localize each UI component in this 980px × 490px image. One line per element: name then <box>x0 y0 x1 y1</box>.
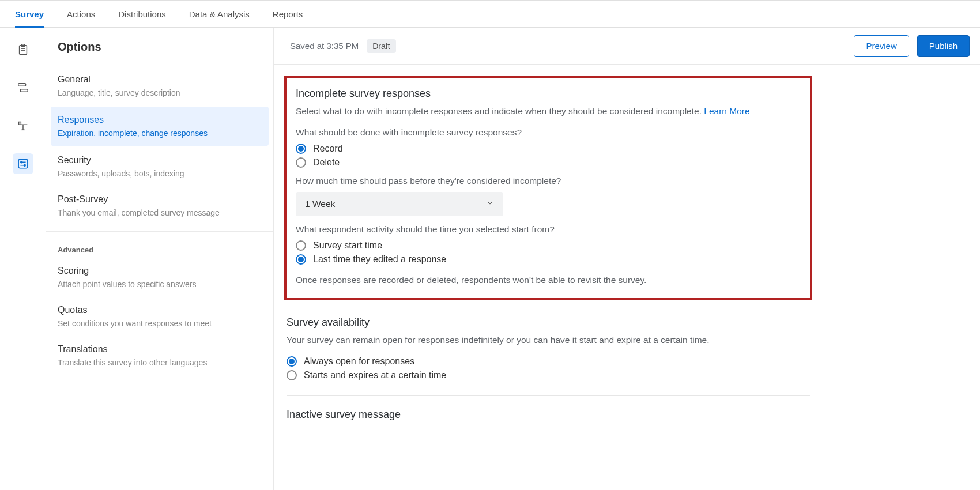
sidebar-item-label: General <box>58 74 262 85</box>
survey-availability-section: Survey availability Your survey can rema… <box>284 316 812 421</box>
radio-icon <box>296 254 306 265</box>
svg-rect-6 <box>18 159 28 168</box>
incomplete-responses-section: Incomplete survey responses Select what … <box>284 76 812 300</box>
learn-more-link[interactable]: Learn More <box>704 106 749 116</box>
sidebar-item-post-survey[interactable]: Post-Survey Thank you email, completed s… <box>46 186 273 225</box>
sidebar-item-translations[interactable]: Translations Translate this survey into … <box>46 336 273 375</box>
radio-icon <box>287 356 297 367</box>
options-sidebar: Options General Language, title, survey … <box>46 28 274 490</box>
radio-label: Starts and expires at a certain time <box>304 370 446 380</box>
sidebar-title: Options <box>46 40 273 66</box>
sidebar-item-label: Translations <box>58 344 262 355</box>
sidebar-item-desc: Attach point values to specific answers <box>58 280 262 289</box>
question-activity: What respondent activity should the time… <box>296 224 801 235</box>
tab-data-analysis[interactable]: Data & Analysis <box>189 0 250 28</box>
radio-label: Always open for responses <box>304 356 414 367</box>
publish-button[interactable]: Publish <box>917 35 970 57</box>
icon-rail <box>0 28 46 490</box>
saved-timestamp: Saved at 3:35 PM <box>290 41 359 51</box>
section-title: Survey availability <box>287 316 810 329</box>
chevron-down-icon <box>486 199 494 209</box>
sidebar-item-label: Post-Survey <box>58 194 262 205</box>
radio-start-time[interactable]: Survey start time <box>296 240 801 251</box>
draft-badge: Draft <box>367 39 395 53</box>
sidebar-item-desc: Expiration, incomplete, change responses <box>58 129 262 138</box>
sidebar-item-label: Responses <box>58 115 262 125</box>
section-divider <box>287 395 810 396</box>
radio-label: Survey start time <box>313 240 382 251</box>
radio-label: Record <box>313 144 343 154</box>
clipboard-icon[interactable] <box>13 39 33 60</box>
radio-icon <box>287 370 297 380</box>
tab-survey[interactable]: Survey <box>15 0 44 28</box>
radio-delete[interactable]: Delete <box>296 157 801 168</box>
sidebar-item-label: Security <box>58 155 262 165</box>
radio-starts-expires[interactable]: Starts and expires at a certain time <box>287 370 810 380</box>
section-desc: Select what to do with incomplete respon… <box>296 104 801 118</box>
sidebar-item-security[interactable]: Security Passwords, uploads, bots, index… <box>46 147 273 186</box>
sidebar-item-general[interactable]: General Language, title, survey descript… <box>46 66 273 105</box>
content-header: Saved at 3:35 PM Draft Preview Publish <box>274 28 980 65</box>
sidebar-item-quotas[interactable]: Quotas Set conditions you want responses… <box>46 297 273 336</box>
radio-icon <box>296 240 306 251</box>
radio-icon <box>296 157 306 168</box>
question-time: How much time should pass before they're… <box>296 176 801 186</box>
section-desc-text: Select what to do with incomplete respon… <box>296 106 704 116</box>
sidebar-subheader-advanced: Advanced <box>46 238 273 258</box>
sidebar-item-desc: Passwords, uploads, bots, indexing <box>58 169 262 178</box>
select-value: 1 Week <box>305 199 335 209</box>
sidebar-item-desc: Translate this survey into other languag… <box>58 358 262 367</box>
sidebar-divider <box>46 231 273 232</box>
incomplete-footnote: Once responses are recorded or deleted, … <box>296 275 801 285</box>
radio-label: Delete <box>313 157 340 168</box>
section-desc: Your survey can remain open for response… <box>287 333 810 347</box>
sidebar-item-desc: Thank you email, completed survey messag… <box>58 208 262 217</box>
incomplete-time-select[interactable]: 1 Week <box>296 192 503 216</box>
sidebar-item-label: Quotas <box>58 305 262 315</box>
svg-rect-5 <box>20 89 28 92</box>
sidebar-item-scoring[interactable]: Scoring Attach point values to specific … <box>46 258 273 297</box>
flow-icon[interactable] <box>13 77 33 98</box>
sidebar-item-desc: Set conditions you want responses to mee… <box>58 319 262 328</box>
survey-options-icon[interactable] <box>13 153 33 174</box>
top-tab-bar: Survey Actions Distributions Data & Anal… <box>0 0 980 28</box>
radio-always-open[interactable]: Always open for responses <box>287 356 810 367</box>
sidebar-item-label: Scoring <box>58 266 262 276</box>
tab-distributions[interactable]: Distributions <box>118 0 166 28</box>
radio-record[interactable]: Record <box>296 144 801 154</box>
sidebar-item-responses[interactable]: Responses Expiration, incomplete, change… <box>51 107 269 146</box>
radio-last-edit[interactable]: Last time they edited a response <box>296 254 801 265</box>
preview-button[interactable]: Preview <box>854 35 909 57</box>
svg-rect-4 <box>18 84 25 86</box>
radio-icon <box>296 144 306 154</box>
content-area: Saved at 3:35 PM Draft Preview Publish I… <box>274 28 980 490</box>
sidebar-item-desc: Language, title, survey description <box>58 88 262 97</box>
section-title: Inactive survey message <box>287 409 810 421</box>
question-action: What should be done with incomplete surv… <box>296 127 801 138</box>
tab-actions[interactable]: Actions <box>67 0 95 28</box>
look-feel-icon[interactable] <box>13 115 33 136</box>
radio-label: Last time they edited a response <box>313 254 446 265</box>
tab-reports[interactable]: Reports <box>273 0 303 28</box>
section-title: Incomplete survey responses <box>296 88 801 100</box>
